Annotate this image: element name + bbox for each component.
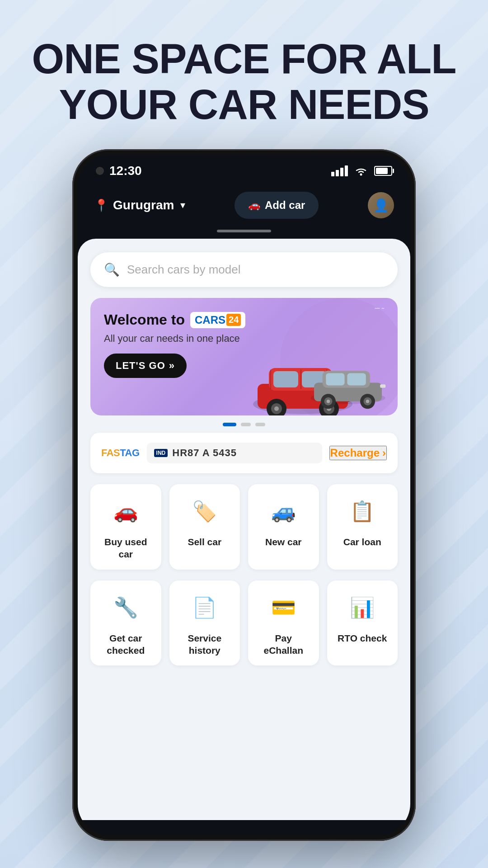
fastag-fast-part: FAS (101, 447, 120, 458)
service-label-4: Car loan (343, 536, 381, 548)
avatar-image: 👤 (373, 198, 389, 213)
status-bar: 12:30 (78, 155, 410, 183)
location-text: Gurugram (113, 198, 174, 212)
carousel-dots (90, 423, 398, 426)
status-icons (331, 165, 392, 176)
fastag-text: FASTAG (101, 447, 140, 459)
avatar[interactable]: 👤 (368, 192, 394, 218)
service-item-r2-2[interactable]: 📄 Service history (169, 580, 240, 666)
svg-rect-14 (270, 369, 271, 389)
service-icon-r2-2: 📄 (187, 590, 223, 626)
services-grid-row1: 🚗 Buy used car 🏷️ Sell car 🚙 New car 📋 C… (90, 484, 398, 570)
service-icon-r2-4: 📊 (344, 590, 380, 626)
welcome-text: Welcome to (104, 311, 185, 328)
add-car-label: Add car (265, 199, 305, 212)
service-icon-r2-1: 🔧 (108, 590, 144, 626)
search-placeholder: Search cars by model (127, 263, 240, 277)
service-icon-3: 🚙 (265, 493, 301, 529)
svg-point-27 (366, 400, 370, 403)
search-icon: 🔍 (104, 262, 120, 277)
status-time-text: 12:30 (109, 164, 142, 178)
dot-1[interactable] (223, 423, 236, 426)
service-item-r2-4[interactable]: 📊 RTO check (327, 580, 398, 666)
recharge-label: Recharge (330, 447, 380, 459)
lets-go-label: LET'S GO (116, 360, 165, 372)
service-item-1[interactable]: 🚗 Buy used car (90, 484, 161, 570)
fastag-logo: FASTAG (101, 447, 140, 459)
service-icon-4: 📋 (344, 493, 380, 529)
signal-icon (331, 165, 348, 176)
svg-point-8 (274, 406, 279, 411)
service-item-3[interactable]: 🚙 New car (248, 484, 319, 570)
service-label-r2-2: Service history (176, 632, 234, 657)
service-icon-r2-3: 💳 (265, 590, 301, 626)
service-item-2[interactable]: 🏷️ Sell car (169, 484, 240, 570)
car-small-icon: 🚗 (248, 199, 260, 211)
service-item-4[interactable]: 📋 Car loan (327, 484, 398, 570)
fastag-plate: IND HR87 A 5435 (147, 443, 322, 463)
ind-label: IND (154, 449, 168, 457)
recharge-button[interactable]: Recharge › (329, 446, 387, 460)
svg-rect-15 (300, 369, 301, 389)
app-content: 🔍 Search cars by model ˜˜ ˜ Welcome to C… (78, 239, 410, 820)
cars-image (235, 330, 398, 415)
service-label-3: New car (265, 536, 302, 548)
lets-go-arrows: » (169, 360, 175, 372)
svg-rect-28 (380, 384, 385, 388)
recharge-arrow-icon: › (382, 447, 386, 459)
service-label-r2-4: RTO check (338, 632, 387, 644)
service-label-1: Buy used car (97, 536, 155, 561)
service-item-r2-3[interactable]: 💳 Pay eChallan (248, 580, 319, 666)
add-car-button[interactable]: 🚗 Add car (235, 192, 319, 219)
wifi-icon (354, 166, 368, 176)
svg-rect-20 (326, 373, 344, 386)
location-button[interactable]: 📍 Gurugram ▾ (94, 198, 185, 212)
svg-point-24 (327, 400, 330, 403)
home-indicator (217, 230, 271, 232)
fastag-bar[interactable]: FASTAG IND HR87 A 5435 Recharge › (90, 433, 398, 473)
promo-banner: ˜˜ ˜ Welcome to CARS 24 All your car nee… (90, 298, 398, 415)
search-bar[interactable]: 🔍 Search cars by model (90, 252, 398, 287)
cars24-num-badge: 24 (226, 314, 241, 326)
service-label-r2-1: Get car checked (97, 632, 155, 657)
svg-rect-4 (273, 371, 298, 387)
dot-3[interactable] (255, 423, 265, 426)
service-label-2: Sell car (188, 536, 221, 548)
phone-frame: 12:30 📍 Gurugram (72, 149, 416, 841)
birds-decoration: ˜˜ ˜ (375, 307, 384, 315)
services-grid-row2: 🔧 Get car checked 📄 Service history 💳 Pa… (90, 580, 398, 666)
camera-dot (96, 167, 104, 175)
cars24-badge: CARS 24 (190, 312, 245, 328)
hero-title: ONE SPACE FOR ALL YOUR CAR NEEDS (0, 0, 488, 146)
service-icon-1: 🚗 (108, 493, 144, 529)
service-item-r2-1[interactable]: 🔧 Get car checked (90, 580, 161, 666)
battery-icon (374, 166, 392, 176)
service-label-r2-3: Pay eChallan (254, 632, 313, 657)
location-pin-icon: 📍 (94, 198, 108, 212)
status-left: 12:30 (96, 164, 142, 178)
dot-2[interactable] (241, 423, 251, 426)
fastag-tag-part: TAG (120, 447, 139, 458)
lets-go-button[interactable]: LET'S GO » (104, 354, 187, 378)
app-header: 📍 Gurugram ▾ 🚗 Add car 👤 (78, 183, 410, 230)
phone-inner: 12:30 📍 Gurugram (78, 155, 410, 835)
cars24-text: CARS (195, 314, 225, 326)
service-icon-2: 🏷️ (187, 493, 223, 529)
svg-point-0 (360, 174, 362, 176)
svg-rect-21 (347, 373, 366, 386)
chevron-down-icon: ▾ (180, 199, 185, 211)
plate-number: HR87 A 5435 (172, 447, 237, 459)
